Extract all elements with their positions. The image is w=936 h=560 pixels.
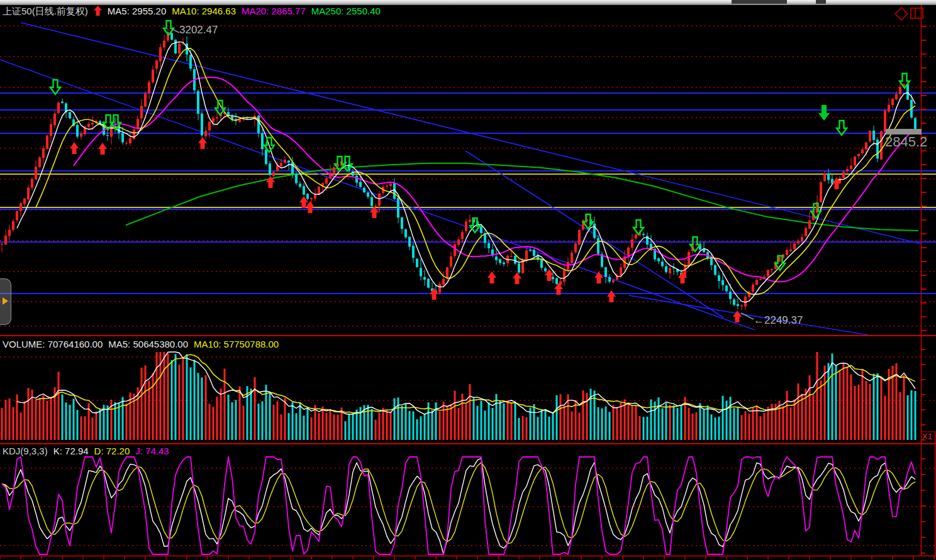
chart-canvas[interactable] <box>0 0 936 560</box>
window-chrome-notch <box>732 0 787 4</box>
up-arrow-icon <box>94 6 102 18</box>
trading-app-window: 上证50(日线.前复权)MA5: 2955.20MA10: 2946.63MA2… <box>0 0 936 560</box>
ma250-indicator: MA250: 2550.40 <box>311 6 381 16</box>
ma5-indicator: MA5: 2955.20 <box>108 6 166 16</box>
split-divider <box>915 9 916 18</box>
volume-ma10: MA10: 57750788.00 <box>194 339 279 349</box>
last-price-label: 2845.2 <box>885 134 927 150</box>
volume-ma5: MA5: 50645380.00 <box>108 339 188 349</box>
volume-value: VOLUME: 70764160.00 <box>3 339 103 349</box>
kdj-j-value: J: 74.43 <box>135 446 169 456</box>
axis-scale-label: X1 <box>922 432 932 441</box>
kdj-d-value: D: 72.20 <box>94 446 130 456</box>
window-chrome-notch <box>816 0 826 4</box>
ma10-indicator: MA10: 2946.63 <box>172 6 236 16</box>
instrument-title: 上证50(日线.前复权) <box>3 6 88 16</box>
kdj-pane-header: KDJ(9,3,3)K: 72.94D: 72.20J: 74.43 <box>3 446 175 456</box>
volume-pane-header: VOLUME: 70764160.00MA5: 50645380.00MA10:… <box>3 339 284 349</box>
chevron-right-icon <box>3 297 8 305</box>
peak-price-label: 3202.47 <box>179 24 218 36</box>
sidebar-expand-handle[interactable] <box>0 278 11 325</box>
kdj-k-value: K: 72.94 <box>53 446 89 456</box>
split-window-icon[interactable] <box>910 8 923 19</box>
main-chart-header: 上证50(日线.前复权)MA5: 2955.20MA10: 2946.63MA2… <box>3 6 386 18</box>
window-title-strip <box>0 0 936 5</box>
kdj-name: KDJ(9,3,3) <box>3 446 48 456</box>
low-price-label: ←2249.37 <box>754 314 803 327</box>
ma20-indicator: MA20: 2865.77 <box>242 6 306 16</box>
